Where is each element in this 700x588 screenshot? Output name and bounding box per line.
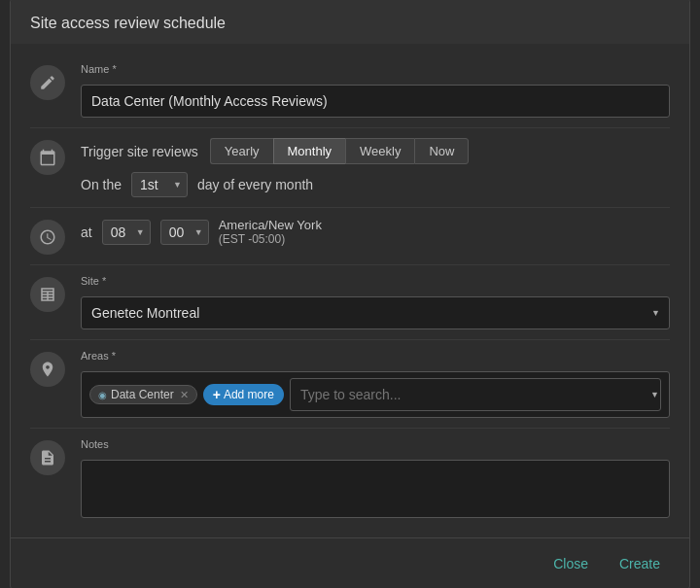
site-label: Site * <box>81 275 670 287</box>
time-row: at 08 09 10 11 12 00 15 <box>30 208 670 264</box>
day-select-wrapper[interactable]: 1st 2nd 3rd 4th 5th <box>131 172 188 197</box>
dialog-footer: Close Create <box>11 537 689 588</box>
hour-select[interactable]: 08 09 10 11 12 <box>102 220 151 245</box>
add-more-label: Add more <box>224 388 274 401</box>
dialog: Site access review schedule Name * <box>10 0 690 588</box>
areas-field[interactable]: ◉ Data Center ✕ Add more ▼ <box>81 371 670 418</box>
areas-search-input[interactable] <box>290 378 661 411</box>
time-content: at 08 09 10 11 12 00 15 <box>81 218 670 246</box>
trigger-buttons: Yearly Monthly Weekly Now <box>210 138 470 164</box>
site-select[interactable]: Genetec Montreal <box>81 296 670 329</box>
tag-location-icon: ◉ <box>98 390 107 400</box>
tag-close-icon[interactable]: ✕ <box>180 389 189 401</box>
timezone-name: America/New York <box>219 218 322 232</box>
site-row: Site * Genetec Montreal <box>30 265 670 339</box>
name-input[interactable] <box>81 85 670 118</box>
edit-icon <box>30 65 65 100</box>
name-content: Name * <box>81 63 670 118</box>
clock-icon <box>30 220 65 255</box>
minute-select[interactable]: 00 15 30 45 <box>160 220 209 245</box>
day-of-month-label: day of every month <box>197 177 313 192</box>
add-more-button[interactable]: Add more <box>203 384 284 405</box>
site-select-wrapper[interactable]: Genetec Montreal <box>81 296 670 329</box>
notes-content: Notes <box>81 438 670 518</box>
areas-row: Areas * ◉ Data Center ✕ Add more ▼ <box>30 340 670 428</box>
dialog-body: Name * Trigger site reviews Yearly Month… <box>11 44 689 537</box>
name-row: Name * <box>30 53 670 127</box>
site-content: Site * Genetec Montreal <box>81 275 670 329</box>
create-button[interactable]: Create <box>610 550 670 577</box>
trigger-btn-now[interactable]: Now <box>414 138 469 164</box>
areas-content: Areas * ◉ Data Center ✕ Add more ▼ <box>81 350 670 418</box>
on-the-label: On the <box>81 177 122 192</box>
trigger-btn-yearly[interactable]: Yearly <box>210 138 273 164</box>
notes-label: Notes <box>81 438 670 450</box>
day-select[interactable]: 1st 2nd 3rd 4th 5th <box>131 172 188 197</box>
day-row: On the 1st 2nd 3rd 4th 5th day of every … <box>81 172 670 197</box>
notes-row: Notes <box>30 429 670 528</box>
time-controls: at 08 09 10 11 12 00 15 <box>81 218 670 246</box>
close-button[interactable]: Close <box>543 550 598 577</box>
trigger-row: Trigger site reviews Yearly Monthly Week… <box>30 128 670 207</box>
timezone-info: America/New York (EST -05:00) <box>219 218 322 246</box>
at-label: at <box>81 225 92 240</box>
areas-label: Areas * <box>81 350 670 362</box>
trigger-content: Trigger site reviews Yearly Monthly Week… <box>81 138 670 197</box>
tag-label: Data Center <box>111 388 174 401</box>
trigger-label: Trigger site reviews <box>81 144 198 159</box>
notes-input[interactable] <box>81 460 670 518</box>
name-label: Name * <box>81 63 670 75</box>
dialog-title: Site access review schedule <box>11 0 689 44</box>
hour-select-wrapper[interactable]: 08 09 10 11 12 <box>102 220 151 245</box>
notes-icon <box>30 440 65 475</box>
trigger-btn-weekly[interactable]: Weekly <box>345 138 414 164</box>
minute-select-wrapper[interactable]: 00 15 30 45 <box>160 220 209 245</box>
calendar-icon <box>30 140 65 175</box>
building-icon <box>30 277 65 312</box>
trigger-btn-monthly[interactable]: Monthly <box>273 138 346 164</box>
timezone-offset: (EST -05:00) <box>219 232 322 246</box>
area-tag: ◉ Data Center ✕ <box>89 385 197 404</box>
location-icon <box>30 352 65 387</box>
